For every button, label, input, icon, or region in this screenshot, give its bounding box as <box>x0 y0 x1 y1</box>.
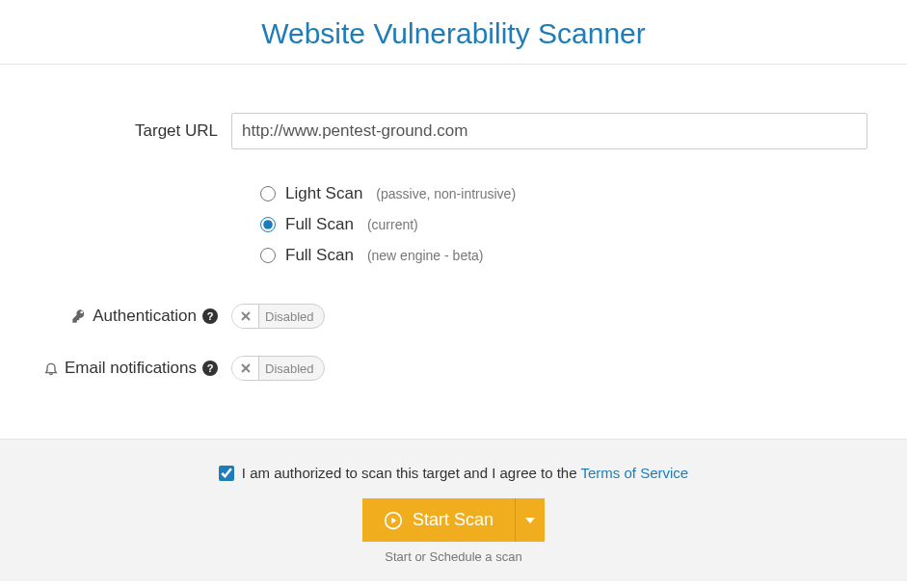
svg-marker-5 <box>391 517 396 523</box>
email-notifications-row: Email notifications ? Disabled <box>39 356 868 381</box>
consent-text: I am authorized to scan this target and … <box>242 465 688 481</box>
scan-type-label: Light Scan <box>285 184 362 203</box>
help-icon[interactable]: ? <box>202 361 218 376</box>
svg-marker-6 <box>525 518 535 523</box>
caret-down-icon <box>525 518 535 523</box>
start-button-group: Start Scan <box>0 498 907 542</box>
start-hint: Start or Schedule a scan <box>0 549 907 564</box>
key-icon <box>71 308 87 324</box>
scan-type-note: (new engine - beta) <box>367 248 484 263</box>
close-icon <box>232 305 259 328</box>
scan-type-radio-full-beta[interactable] <box>260 248 276 263</box>
consent-text-before: I am authorized to scan this target and … <box>242 465 581 481</box>
consent-checkbox[interactable] <box>219 466 234 481</box>
scan-type-label: Full Scan <box>285 215 354 234</box>
authentication-row: Authentication ? Disabled <box>39 304 868 329</box>
scan-type-full-current[interactable]: Full Scan (current) <box>260 215 868 234</box>
authentication-status: Disabled <box>259 309 314 324</box>
scan-type-full-beta[interactable]: Full Scan (new engine - beta) <box>260 246 868 265</box>
terms-of-service-link[interactable]: Terms of Service <box>580 465 688 481</box>
start-scan-button[interactable]: Start Scan <box>362 498 515 542</box>
bell-icon <box>43 361 59 376</box>
target-url-label-col: Target URL <box>39 121 231 141</box>
target-url-input[interactable] <box>231 113 867 149</box>
authentication-label: Authentication <box>93 307 197 326</box>
scan-type-radio-full-current[interactable] <box>260 217 276 232</box>
target-url-label: Target URL <box>135 121 218 141</box>
scan-type-light[interactable]: Light Scan (passive, non-intrusive) <box>260 184 868 203</box>
consent-line[interactable]: I am authorized to scan this target and … <box>219 465 688 481</box>
start-scan-dropdown[interactable] <box>515 498 545 542</box>
page-title: Website Vulnerability Scanner <box>0 17 907 50</box>
start-scan-label: Start Scan <box>413 510 494 530</box>
page-header: Website Vulnerability Scanner <box>0 0 907 65</box>
target-url-row: Target URL <box>39 113 868 149</box>
scan-type-note: (current) <box>367 217 418 232</box>
scan-type-label: Full Scan <box>285 246 354 265</box>
authentication-toggle[interactable]: Disabled <box>231 304 325 329</box>
scan-type-note: (passive, non-intrusive) <box>376 186 516 201</box>
email-notifications-label-col: Email notifications ? <box>39 359 231 378</box>
scan-type-options: Light Scan (passive, non-intrusive) Full… <box>39 184 868 265</box>
scan-type-radio-light[interactable] <box>260 186 276 201</box>
play-circle-icon <box>384 511 403 530</box>
email-notifications-status: Disabled <box>259 361 314 376</box>
email-notifications-label: Email notifications <box>65 359 197 378</box>
form-content: Target URL Light Scan (passive, non-intr… <box>0 65 907 381</box>
email-notifications-toggle[interactable]: Disabled <box>231 356 325 381</box>
close-icon <box>232 357 259 380</box>
help-icon[interactable]: ? <box>202 308 218 324</box>
authentication-label-col: Authentication ? <box>39 307 231 326</box>
action-footer: I am authorized to scan this target and … <box>0 439 907 581</box>
